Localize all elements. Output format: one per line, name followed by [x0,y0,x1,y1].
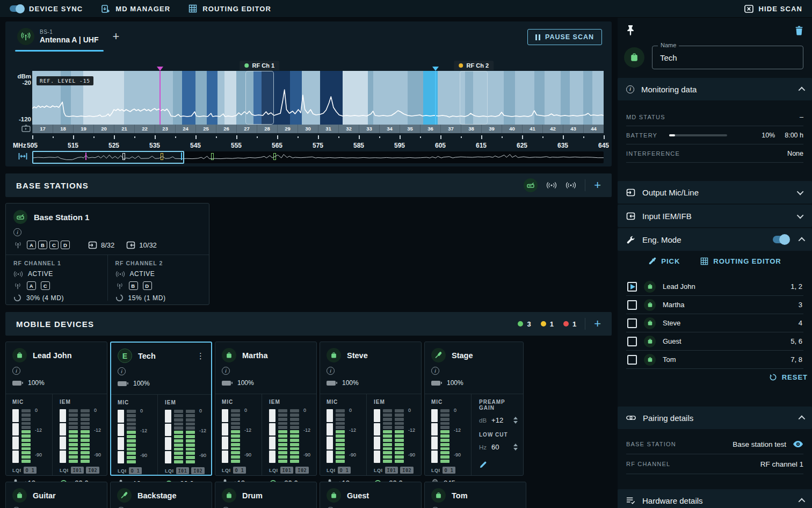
device-name: Guest [347,491,369,500]
device-card-backstage[interactable]: Backstagei100% [110,482,212,508]
add-base-station-button[interactable]: + [594,179,601,191]
eng-device-row-guest[interactable]: Guest5, 6 [626,332,803,351]
hardware-details-header[interactable]: Hardware details [618,489,812,508]
output-mic-line-header[interactable]: Output Mic/Line [618,181,812,204]
device-checkbox[interactable] [627,300,637,310]
scan-marker-handle[interactable] [432,67,439,71]
pick-button[interactable]: PICK [648,257,680,265]
low-cut-label: LOW CUT [479,432,519,438]
device-checkbox[interactable] [627,282,637,292]
eng-mode-header[interactable]: Eng. Mode [618,228,812,251]
device-checkbox[interactable] [627,337,637,346]
scan-tab-antenna-a[interactable]: BS-1 Antenna A | UHF [15,21,104,52]
spectrum-minimap[interactable] [32,151,604,163]
mhz-tick-label: 525 [108,142,119,149]
rf-ch1-box[interactable] [245,71,274,125]
iem-label: IEM [165,400,211,405]
add-scan-tab-button[interactable]: + [112,30,119,43]
mic-label: MIC [118,400,157,405]
low-cut-stepper[interactable] [513,444,519,451]
base-station-filter-icon[interactable] [524,178,538,192]
name-field[interactable]: Name [652,46,803,69]
rf-channel-summary: RF CHANNEL 2ACTIVEBD15% (1 MD) [107,255,209,301]
battery-icon [118,381,127,386]
tv-channel-number: 23 [155,125,175,133]
output-title: Output Mic/Line [642,188,699,197]
add-mobile-device-button[interactable]: + [594,318,601,330]
bodypack-icon [12,348,27,362]
interference-value: None [787,150,803,157]
interference-row: INTERFERENCE None [626,144,803,163]
expand-range-icon[interactable] [18,153,27,160]
monitoring-data-header[interactable]: i Monitoring data [618,78,812,100]
device-card-guitar[interactable]: Guitari100% [5,482,107,508]
tv-channel-number: 44 [583,125,604,133]
info-icon[interactable]: i [431,367,439,375]
reset-button[interactable]: RESET [769,373,808,381]
name-input[interactable] [660,53,795,62]
audio-level-meter [440,409,450,463]
preamp-gain-field[interactable]: dB+12 [479,416,519,424]
info-icon: i [626,85,634,93]
cursor-marker-handle[interactable] [157,67,163,71]
info-icon[interactable]: i [327,367,335,375]
iem-label: IEM [374,399,421,405]
eng-device-row-tom[interactable]: Tom7, 8 [626,351,803,369]
base-station-icon [13,210,27,224]
scan-tab-bar: BS-1 Antenna A | UHF + PAUSE SCAN [5,21,612,52]
info-icon[interactable]: i [12,367,20,375]
tv-channel-icon[interactable] [21,125,31,132]
low-cut-field[interactable]: Hz60 [479,443,519,451]
pause-scan-button[interactable]: PAUSE SCAN [527,29,602,45]
eng-device-row-lead-john[interactable]: Lead John1, 2 [626,278,803,296]
device-card-steve[interactable]: Stevei100%MIC0-12-90LQIO 1+12IEM0-12-90L… [320,342,422,476]
device-card-tech[interactable]: ETech⋮i100%MIC0-12-90LQIO 1+12IEM0-12-90… [110,342,212,476]
hide-scan-button[interactable]: HIDE SCAN [744,5,802,13]
routing-editor-button[interactable]: ROUTING EDITOR [189,4,271,13]
eye-icon[interactable] [793,440,803,448]
kebab-menu-icon[interactable]: ⋮ [197,352,205,360]
device-card-guest[interactable]: Guesti100% [320,482,422,508]
close-box-icon [744,5,753,13]
device-sync-toggle[interactable]: DEVICE SYNC [10,5,83,13]
audio-level-meter [186,410,195,463]
meter-scale: 0-12-90 [407,409,418,463]
info-icon[interactable]: i [118,367,126,375]
device-card-drum[interactable]: Drumi100% [215,482,317,508]
md-manager-button[interactable]: MD MANAGER [101,4,170,13]
scan-marker-line[interactable] [435,71,436,125]
spectrum-chart[interactable]: REF. LEVEL -15 RF Ch 1RF Ch 2 [32,71,604,125]
antenna-port-chip: B [38,241,47,249]
pin-icon[interactable] [626,24,635,37]
rf-ch1-label[interactable]: RF Ch 1 [240,61,280,70]
device-card-tom[interactable]: Tomi100% [424,482,526,508]
meter-scale: 0-12-90 [347,409,359,463]
tv-channel-number: 19 [73,125,93,133]
rf-ch2-label[interactable]: RF Ch 2 [454,61,494,70]
device-card-stage[interactable]: Stagei100%MIC0-12-90LQIO 1845PREAMP GAIN… [424,342,524,476]
device-checkbox[interactable] [627,355,637,365]
eng-device-row-martha[interactable]: Martha3 [626,296,803,314]
tv-channel-number: 39 [481,125,502,133]
tv-channel-number: 30 [298,125,318,133]
info-icon[interactable]: i [13,228,21,236]
pairing-details-header[interactable]: Pairing details [618,407,812,429]
routing-editor-button[interactable]: ROUTING EDITOR [700,257,781,265]
device-checkbox[interactable] [627,318,637,328]
rf-channel-2-filter-icon[interactable] [566,182,576,189]
link-icon [626,415,636,421]
edit-pencil-icon[interactable] [479,461,519,469]
base-station-card[interactable]: Base Station 1 i ABCD 8/32 10/32 RF CHAN… [5,203,209,305]
device-card-lead-john[interactable]: Lead Johni100%MIC0-12-90LQIO 1+12IEM0-12… [5,342,107,476]
trash-icon[interactable] [795,26,803,35]
cursor-marker-line[interactable] [160,71,161,125]
device-card-martha[interactable]: Marthai100%MIC0-12-90LQIO 1+12IEM0-12-90… [215,342,317,476]
rf-ch2-box[interactable] [460,71,488,125]
device-sync-toggle-icon[interactable] [10,5,24,12]
eng-mode-toggle[interactable] [773,236,789,243]
eng-device-row-steve[interactable]: Steve4 [626,314,803,332]
preamp-gain-stepper[interactable] [513,417,519,424]
info-icon[interactable]: i [222,367,230,375]
input-iem-ifb-header[interactable]: Input IEM/IFB [618,205,812,227]
rf-channel-1-filter-icon[interactable] [546,182,557,189]
